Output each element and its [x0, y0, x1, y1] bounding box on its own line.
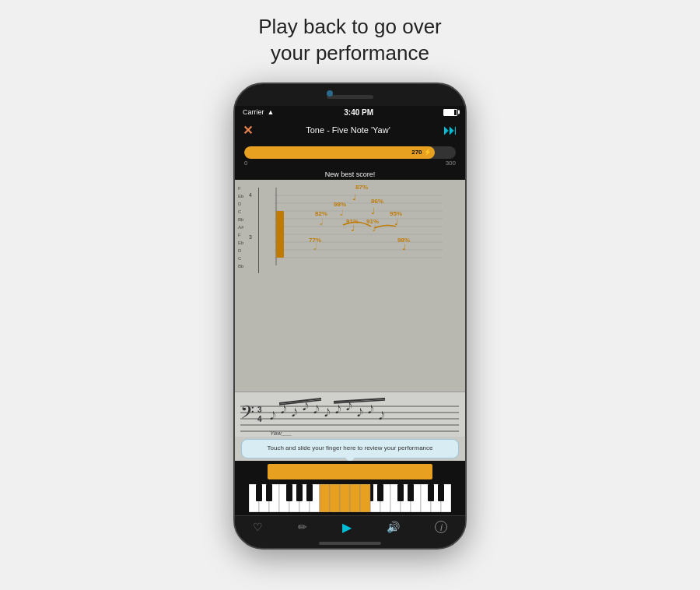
score-bar-fill: 270 ⚡ — [244, 146, 435, 159]
time-display: 3:40 PM — [344, 108, 373, 117]
note-F: F — [238, 186, 243, 191]
svg-text:♩: ♩ — [371, 206, 375, 216]
note-C: C — [238, 209, 243, 214]
score-bar-track: 270 ⚡ — [244, 146, 456, 159]
phone-camera — [327, 90, 333, 97]
note-D2: D — [238, 248, 243, 253]
measure-3: 3 — [249, 234, 252, 240]
nav-header: ✕ Tone - Five Note 'Yaw' ⏭ — [235, 119, 465, 142]
battery-icon — [443, 109, 457, 116]
phone-top-bar — [235, 84, 465, 106]
svg-rect-85 — [428, 484, 434, 501]
piano-keys-svg — [249, 484, 451, 512]
bottom-nav: ♡ ✏ ▶ 🔊 i — [235, 515, 465, 539]
phone-frame: Carrier ▲ 3:40 PM ✕ Tone - Five Note 'Ya… — [233, 83, 467, 550]
svg-text:𝅗𝅥: 𝅗𝅥 — [313, 243, 317, 251]
note-Eb: Eb — [238, 194, 243, 198]
play-button[interactable]: ▶ — [342, 520, 352, 535]
svg-rect-74 — [266, 484, 272, 501]
svg-text:♩: ♩ — [394, 217, 398, 227]
note-A: A# — [238, 225, 243, 230]
note-labels: F Eb D C Bb A# F Eb D C Bb — [238, 186, 243, 269]
svg-text:98%: 98% — [334, 201, 346, 208]
home-indicator — [319, 542, 381, 545]
svg-text:91%: 91% — [366, 218, 379, 225]
score-max: 300 — [446, 160, 456, 167]
svg-text:87%: 87% — [355, 184, 368, 191]
new-best-label: New best score! — [235, 169, 465, 180]
piano-bar-container[interactable] — [235, 461, 465, 483]
svg-rect-89 — [340, 484, 350, 512]
svg-rect-10 — [276, 211, 284, 258]
carrier-label: Carrier — [243, 108, 264, 116]
score-limits: 0 300 — [244, 159, 456, 167]
edit-icon[interactable]: ✏ — [298, 521, 307, 533]
score-min: 0 — [244, 160, 247, 167]
svg-rect-77 — [306, 484, 313, 501]
svg-rect-73 — [256, 484, 262, 501]
orange-piano-bar[interactable] — [268, 464, 432, 479]
svg-text:𝅗𝅥: 𝅗𝅥 — [340, 209, 343, 216]
svg-rect-88 — [330, 484, 340, 512]
phone-screen: Carrier ▲ 3:40 PM ✕ Tone - Five Note 'Ya… — [235, 106, 465, 539]
svg-rect-83 — [397, 484, 404, 501]
status-right — [443, 109, 457, 116]
performance-svg: 87% ♩ 98% 𝅗𝅥 86% ♩ 82% 𝅗𝅥 91% ♩ 91% — [257, 180, 465, 281]
note-C2: C — [238, 256, 243, 261]
note-Eb2: Eb — [238, 241, 243, 245]
svg-rect-75 — [286, 484, 292, 501]
score-bar-container: 270 ⚡ 0 300 — [235, 142, 465, 169]
status-bar: Carrier ▲ 3:40 PM — [235, 106, 465, 119]
svg-text:77%: 77% — [309, 237, 321, 244]
info-icon[interactable]: i — [435, 521, 447, 533]
svg-rect-84 — [408, 484, 414, 501]
note-F2: F — [238, 233, 243, 237]
sheet-music-area[interactable]: F Eb D C Bb A# F Eb D C Bb 4 3 — [235, 180, 465, 461]
page-title: Play back to go over your performance — [258, 14, 442, 67]
wifi-icon: ▲ — [268, 108, 275, 116]
score-value: 270 ⚡ — [411, 149, 432, 156]
heart-icon[interactable]: ♡ — [253, 521, 263, 533]
svg-text:95%: 95% — [390, 210, 402, 217]
svg-rect-90 — [350, 484, 360, 512]
svg-text:Yaw___: Yaw___ — [270, 430, 292, 437]
measure-4: 4 — [249, 192, 252, 198]
tooltip-bubble: Touch and slide your finger here to revi… — [241, 439, 459, 458]
svg-rect-82 — [377, 484, 383, 501]
skip-button[interactable]: ⏭ — [443, 122, 457, 139]
note-Bb: Bb — [238, 217, 243, 222]
status-left: Carrier ▲ — [243, 108, 274, 116]
volume-icon[interactable]: 🔊 — [387, 521, 400, 533]
svg-text:86%: 86% — [371, 198, 383, 205]
note-Bb2: Bb — [238, 264, 243, 269]
keys-wrapper — [249, 484, 451, 512]
svg-text:♩: ♩ — [352, 192, 356, 202]
bass-staff-area: 𝄢 3 4 𝅘𝅥𝅮 𝅘𝅥𝅮 𝅘𝅥𝅮 𝅘𝅥𝅮 𝅘𝅥 — [235, 392, 465, 437]
performance-area: F Eb D C Bb A# F Eb D C Bb 4 3 — [235, 180, 465, 392]
note-D: D — [238, 202, 243, 206]
close-button[interactable]: ✕ — [243, 123, 253, 138]
svg-text:♩: ♩ — [402, 242, 406, 251]
svg-text:♩: ♩ — [351, 223, 355, 233]
bass-clef-svg: 𝄢 3 4 𝅘𝅥𝅮 𝅘𝅥𝅮 𝅘𝅥𝅮 𝅘𝅥𝅮 𝅘𝅥 — [235, 392, 465, 437]
svg-text:82%: 82% — [315, 210, 327, 217]
piano-keys[interactable] — [235, 483, 465, 515]
svg-rect-76 — [296, 484, 303, 501]
tooltip-arrow — [345, 458, 355, 461]
svg-rect-91 — [360, 484, 370, 512]
phone-speaker — [327, 95, 373, 99]
svg-rect-87 — [320, 484, 330, 512]
svg-text:𝅗𝅥: 𝅗𝅥 — [320, 218, 323, 226]
tooltip-text: Touch and slide your finger here to revi… — [268, 444, 433, 451]
svg-rect-86 — [438, 484, 444, 501]
track-title: Tone - Five Note 'Yaw' — [306, 125, 390, 135]
